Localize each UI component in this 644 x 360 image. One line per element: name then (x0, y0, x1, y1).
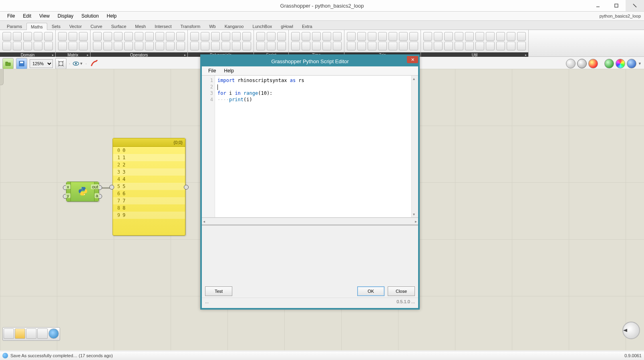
ribbon-button[interactable] (423, 42, 432, 50)
ribbon-button[interactable] (465, 42, 474, 50)
dialog-menu-help[interactable]: Help (220, 67, 238, 71)
open-file-button[interactable] (2, 58, 14, 69)
ribbon-button[interactable] (201, 32, 209, 41)
menu-view[interactable]: View (35, 12, 54, 20)
ribbon-button[interactable] (267, 42, 276, 50)
save-file-button[interactable] (16, 58, 27, 69)
ribbon-button[interactable] (486, 32, 495, 41)
tab-surface[interactable]: Surface (107, 22, 131, 30)
ribbon-button[interactable] (242, 32, 251, 41)
ribbon-button[interactable] (124, 42, 133, 50)
canvas[interactable]: x y out a {0;0} 00112233445566778899 Gra… (0, 69, 644, 71)
tab-maths[interactable]: Maths (26, 23, 47, 30)
ribbon-button[interactable] (23, 42, 32, 50)
tab-sets[interactable]: Sets (47, 22, 65, 30)
ribbon-button[interactable] (291, 32, 300, 41)
tab-ghowl[interactable]: gHowl (276, 22, 298, 30)
display-mode-1[interactable] (566, 59, 576, 68)
ribbon-button[interactable] (124, 32, 133, 41)
ribbon-button[interactable] (322, 42, 331, 50)
ribbon-button[interactable] (378, 42, 387, 50)
dialog-close-button[interactable]: ✕ (407, 56, 418, 63)
ribbon-button[interactable] (114, 42, 123, 50)
display-mode-4[interactable] (604, 59, 614, 68)
ribbon-button[interactable] (475, 32, 484, 41)
ribbon-button[interactable] (155, 42, 164, 50)
ribbon-button[interactable] (190, 32, 199, 41)
ribbon-button[interactable] (93, 32, 102, 41)
python-editor-dialog[interactable]: Grasshopper Python Script Editor ✕ File … (200, 54, 420, 71)
zoom-extents-button[interactable] (55, 58, 66, 69)
ribbon-button[interactable] (347, 42, 356, 50)
close-window-button[interactable] (626, 0, 644, 11)
ribbon-button[interactable] (378, 32, 387, 41)
menu-solution[interactable]: Solution (77, 12, 103, 20)
ribbon-button[interactable] (232, 42, 241, 50)
ribbon-button[interactable] (465, 32, 474, 41)
sketch-button[interactable] (89, 58, 100, 69)
ribbon-button[interactable] (145, 32, 154, 41)
ribbon-button[interactable] (103, 32, 112, 41)
ribbon-button[interactable] (322, 32, 331, 41)
tab-extra[interactable]: Extra (298, 22, 317, 30)
ribbon-button[interactable] (267, 32, 276, 41)
menu-file[interactable]: File (3, 12, 19, 20)
ribbon-button[interactable] (2, 42, 11, 50)
ribbon-button[interactable] (79, 42, 88, 50)
ribbon-button[interactable] (277, 42, 286, 50)
ribbon-button[interactable] (455, 32, 463, 41)
tab-params[interactable]: Params (2, 22, 26, 30)
tab-mesh[interactable]: Mesh (131, 22, 150, 30)
ribbon-button[interactable] (211, 32, 220, 41)
canvas-tab-handle[interactable] (0, 69, 4, 71)
ribbon-button[interactable] (256, 42, 265, 50)
ribbon-button[interactable] (34, 32, 42, 41)
ribbon-button[interactable] (114, 32, 123, 41)
ribbon-button[interactable] (291, 42, 300, 50)
menu-display[interactable]: Display (54, 12, 77, 20)
display-mode-3[interactable] (588, 59, 598, 68)
ribbon-button[interactable] (333, 42, 342, 50)
minimize-button[interactable] (589, 0, 607, 11)
ribbon-button[interactable] (176, 32, 185, 41)
ribbon-button[interactable] (135, 32, 143, 41)
ribbon-button[interactable] (201, 42, 209, 50)
tab-transform[interactable]: Transform (176, 22, 205, 30)
ribbon-button[interactable] (93, 42, 102, 50)
maximize-button[interactable] (607, 0, 626, 11)
ribbon-button[interactable] (13, 32, 22, 41)
ribbon-button[interactable] (211, 42, 220, 50)
ribbon-button[interactable] (312, 42, 321, 50)
ribbon-button[interactable] (507, 42, 515, 50)
ribbon-button[interactable] (166, 32, 175, 41)
ribbon-button[interactable] (221, 42, 230, 50)
tab-curve[interactable]: Curve (86, 22, 107, 30)
ribbon-button[interactable] (423, 32, 432, 41)
ribbon-button[interactable] (444, 42, 453, 50)
ribbon-button[interactable] (277, 32, 286, 41)
display-mode-5[interactable] (616, 59, 625, 68)
ribbon-button[interactable] (13, 42, 22, 50)
ribbon-button[interactable] (145, 42, 154, 50)
ribbon-button[interactable] (232, 32, 241, 41)
ribbon-button[interactable] (399, 42, 408, 50)
ribbon-button[interactable] (517, 42, 526, 50)
ribbon-button[interactable] (242, 42, 251, 50)
ribbon-button[interactable] (357, 32, 366, 41)
ribbon-button[interactable] (455, 42, 463, 50)
ribbon-button[interactable] (496, 32, 505, 41)
zoom-select[interactable]: 125% (30, 59, 53, 68)
ribbon-button[interactable] (302, 32, 310, 41)
ribbon-button[interactable] (2, 32, 11, 41)
ribbon-button[interactable] (176, 42, 185, 50)
ribbon-button[interactable] (256, 32, 265, 41)
tab-kangaroo[interactable]: Kangaroo (220, 22, 248, 30)
ribbon-button[interactable] (517, 32, 526, 41)
ribbon-button[interactable] (166, 42, 175, 50)
ribbon-button[interactable] (388, 32, 397, 41)
ribbon-button[interactable] (302, 42, 310, 50)
ribbon-button[interactable] (190, 42, 199, 50)
ribbon-button[interactable] (388, 42, 397, 50)
ribbon-button[interactable] (507, 32, 515, 41)
ribbon-button[interactable] (434, 42, 443, 50)
